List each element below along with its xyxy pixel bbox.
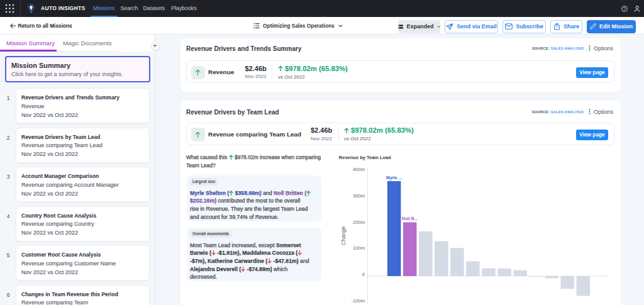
svg-text:Myrle ...: Myrle ... (386, 175, 402, 180)
svg-text:Revenue by Team Lead: Revenue by Team Lead (339, 155, 391, 160)
svg-text:400m: 400m (353, 167, 365, 172)
svg-text:100m: 100m (353, 245, 365, 251)
svg-text:-100m: -100m (351, 298, 365, 304)
svg-text:200m: 200m (353, 219, 365, 225)
svg-text:Change: Change (340, 226, 347, 245)
svg-text:0: 0 (362, 272, 365, 277)
svg-text:300m: 300m (353, 193, 365, 199)
svg-text:Noll B...: Noll B... (402, 216, 418, 221)
